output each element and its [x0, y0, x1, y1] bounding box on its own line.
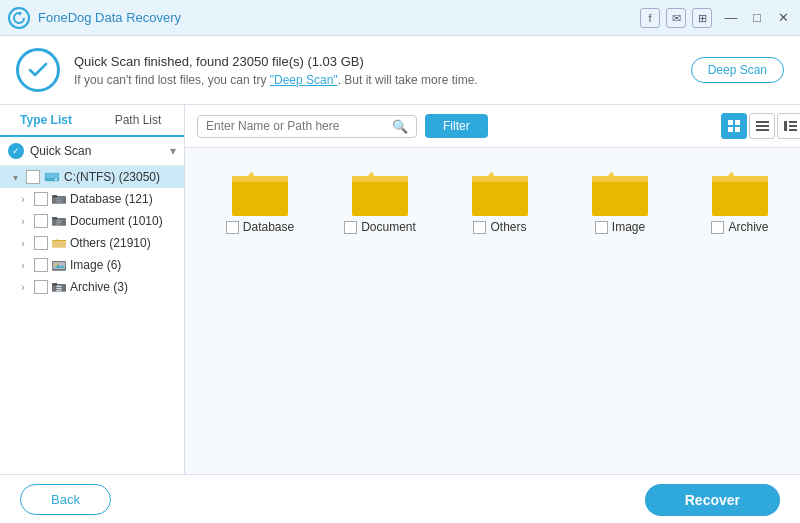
sidebar-tabs: Type List Path List	[0, 105, 184, 137]
folder-icon-others	[470, 168, 530, 220]
svg-rect-29	[789, 129, 797, 131]
scan-hint-suffix: . But it will take more time.	[338, 73, 478, 87]
file-checkbox-image[interactable]	[595, 221, 608, 234]
quick-scan-label: Quick Scan	[30, 144, 170, 158]
expand-arrow-document: ›	[16, 216, 30, 227]
file-label-row-image: Image	[595, 220, 645, 234]
tree-item-image[interactable]: › Image (6)	[0, 254, 184, 276]
tree-item-document[interactable]: › Document (1010)	[0, 210, 184, 232]
quick-scan-check	[8, 143, 24, 159]
file-label-row-database: Database	[226, 220, 294, 234]
view-detail-button[interactable]	[777, 113, 800, 139]
view-list-button[interactable]	[749, 113, 775, 139]
main-area: Type List Path List Quick Scan ▾ ▾ C:(NT…	[0, 105, 800, 474]
checkbox-others[interactable]	[34, 236, 48, 250]
archive-icon	[52, 281, 66, 293]
sidebar: Type List Path List Quick Scan ▾ ▾ C:(NT…	[0, 105, 185, 474]
file-checkbox-archive[interactable]	[711, 221, 724, 234]
file-label-row-others: Others	[473, 220, 526, 234]
svg-rect-23	[756, 121, 769, 123]
file-item-image[interactable]: Image	[575, 168, 665, 234]
search-box[interactable]: 🔍	[197, 115, 417, 138]
back-button[interactable]: Back	[20, 484, 111, 515]
scan-result-line1: Quick Scan finished, found 23050 file(s)…	[74, 54, 677, 69]
tree-item-database[interactable]: › Database (121)	[0, 188, 184, 210]
folder-icon-document	[350, 168, 410, 220]
checkbox-database[interactable]	[34, 192, 48, 206]
maximize-button[interactable]: □	[748, 9, 766, 27]
recover-button[interactable]: Recover	[645, 484, 780, 516]
tree-label-document: Document (1010)	[70, 214, 178, 228]
checkbox-image[interactable]	[34, 258, 48, 272]
scan-hint-prefix: If you can't find lost files, you can tr…	[74, 73, 270, 87]
svg-point-2	[55, 179, 57, 181]
document-icon	[52, 215, 66, 227]
search-icon: 🔍	[392, 119, 408, 134]
tree-item-c-drive[interactable]: ▾ C:(NTFS) (23050)	[0, 166, 184, 188]
file-name-document: Document	[361, 220, 416, 234]
tree-label-database: Database (121)	[70, 192, 178, 206]
file-checkbox-others[interactable]	[473, 221, 486, 234]
scan-status-header: Quick Scan finished, found 23050 file(s)…	[0, 36, 800, 105]
list-view-icon	[756, 120, 769, 133]
folder-icon-archive	[710, 168, 770, 220]
file-checkbox-document[interactable]	[344, 221, 357, 234]
tree-label-archive: Archive (3)	[70, 280, 178, 294]
file-label-row-archive: Archive	[711, 220, 768, 234]
tree-item-others[interactable]: › Others (21910)	[0, 232, 184, 254]
expand-arrow-image: ›	[16, 260, 30, 271]
file-item-database[interactable]: Database	[215, 168, 305, 234]
svg-rect-4	[52, 195, 57, 198]
expand-arrow-others: ›	[16, 238, 30, 249]
svg-rect-15	[52, 283, 57, 286]
expand-arrow-c: ▾	[8, 172, 22, 183]
folder-others-icon	[52, 237, 66, 249]
tree-item-archive[interactable]: › Archive (3)	[0, 276, 184, 298]
grid-icon[interactable]: ⊞	[692, 8, 712, 28]
file-name-image: Image	[612, 220, 645, 234]
quick-scan-row[interactable]: Quick Scan ▾	[0, 137, 184, 166]
header-text: Quick Scan finished, found 23050 file(s)…	[74, 54, 677, 87]
file-checkbox-database[interactable]	[226, 221, 239, 234]
checkbox-c[interactable]	[26, 170, 40, 184]
app-logo	[8, 7, 30, 29]
tree-label-image: Image (6)	[70, 258, 178, 272]
tab-path-list[interactable]: Path List	[92, 105, 184, 135]
checkbox-document[interactable]	[34, 214, 48, 228]
search-input[interactable]	[206, 119, 388, 133]
checkbox-archive[interactable]	[34, 280, 48, 294]
svg-rect-17	[56, 288, 61, 289]
view-grid-button[interactable]	[721, 113, 747, 139]
detail-view-icon	[784, 120, 797, 133]
drive-icon	[44, 170, 60, 184]
filter-button[interactable]: Filter	[425, 114, 488, 138]
file-name-others: Others	[490, 220, 526, 234]
expand-arrow-archive: ›	[16, 282, 30, 293]
file-name-archive: Archive	[728, 220, 768, 234]
tab-type-list[interactable]: Type List	[0, 105, 92, 137]
scan-result-line2: If you can't find lost files, you can tr…	[74, 73, 677, 87]
footer: Back Recover	[0, 474, 800, 523]
file-name-database: Database	[243, 220, 294, 234]
grid-view-icon	[728, 120, 741, 133]
minimize-button[interactable]: —	[722, 9, 740, 27]
deep-scan-button[interactable]: Deep Scan	[691, 57, 784, 83]
social-icons: f ✉ ⊞	[640, 8, 712, 28]
file-item-archive[interactable]: Archive	[695, 168, 785, 234]
file-grid: Database Document	[185, 148, 800, 474]
facebook-icon[interactable]: f	[640, 8, 660, 28]
quick-scan-arrow: ▾	[170, 144, 176, 158]
database-icon	[52, 193, 66, 205]
content-area: 🔍 Filter	[185, 105, 800, 474]
expand-arrow-database: ›	[16, 194, 30, 205]
svg-rect-16	[56, 286, 61, 287]
file-item-others[interactable]: Others	[455, 168, 545, 234]
folder-icon-database	[230, 168, 290, 220]
deep-scan-link[interactable]: "Deep Scan"	[270, 73, 338, 87]
close-button[interactable]: ✕	[774, 9, 792, 27]
message-icon[interactable]: ✉	[666, 8, 686, 28]
file-item-document[interactable]: Document	[335, 168, 425, 234]
svg-rect-19	[728, 120, 733, 125]
svg-rect-21	[728, 127, 733, 132]
svg-rect-10	[52, 240, 66, 248]
